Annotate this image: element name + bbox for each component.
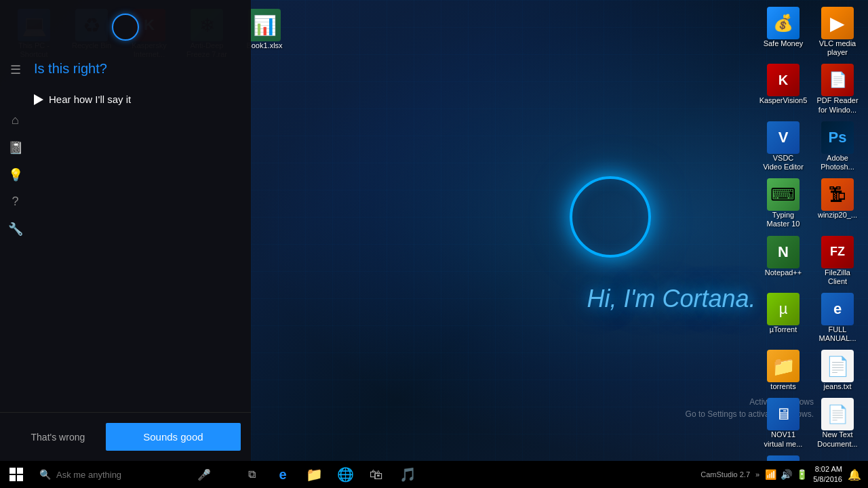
desktop-icon-new-text[interactable]: 📄 New TextDocument... [810, 394, 865, 451]
battery-icon: 🔋 [796, 469, 808, 480]
nov11-label: NOV11virtual me... [764, 430, 803, 448]
desktop-icons-right: 💰 Safe Money ▶ VLC mediaplayer K KasperV… [753, 0, 868, 461]
desktop-icon-vsdc[interactable]: V VSDCVideo Editor [756, 118, 810, 175]
pdf-reader-label: PDF Readerfor Windo... [816, 96, 858, 114]
filezilla-label: FileZillaClient [825, 268, 850, 286]
hear-it-label: Hear how I'll say it [49, 94, 131, 105]
vlc-label: VLC mediaplayer [819, 39, 856, 57]
taskbar: 🔍 🎤 ⧉ e 📁 🌐 🛍 🎵 CamStudio 2.7 » 📶 🔊 🔋 [0, 461, 868, 488]
desktop-icon-kaspersky2[interactable]: K KasperVision5 [756, 60, 810, 117]
desktop-icon-winzip[interactable]: 🗜 winzip20_... [810, 175, 865, 232]
play-triangle-icon [34, 94, 43, 105]
settings-nav-icon[interactable]: 🔧 [3, 217, 27, 241]
vsdc-icon: V [767, 121, 800, 154]
torrents-icon: 📁 [767, 350, 800, 382]
book1-icon: 📊 [248, 9, 281, 41]
search-bar[interactable]: 🔍 🎤 [33, 461, 236, 488]
typing-label: TypingMaster 10 [767, 211, 800, 228]
network-icon[interactable]: 📶 [765, 469, 776, 480]
jeans-icon: 📄 [821, 350, 854, 382]
chrome-taskbar-button[interactable]: 🌐 [330, 461, 361, 488]
thats-wrong-button[interactable]: That's wrong [10, 423, 106, 451]
sounds-good-button[interactable]: Sounds good [106, 423, 241, 451]
desktop-icon-filezilla[interactable]: FZ FileZillaClient [810, 232, 865, 289]
interests-nav-icon[interactable]: 💡 [3, 163, 27, 186]
feedback-nav-icon[interactable]: ? [3, 190, 27, 214]
panel-content: Is this right? Hear how I'll say it [0, 47, 251, 412]
desktop-icon-mock-test[interactable]: 🖥 mock testpapers [756, 452, 810, 461]
camstudio-status: CamStudio 2.7 [701, 470, 750, 479]
notepadpp-icon: N [767, 236, 800, 268]
desktop-icon-torrents[interactable]: 📁 torrents [756, 346, 810, 394]
utorrent-label: µTorrent [770, 325, 797, 334]
safe-money-label: Safe Money [764, 39, 804, 48]
vsdc-label: VSDCVideo Editor [763, 154, 804, 171]
media-player-taskbar-button[interactable]: 🎵 [392, 461, 423, 488]
edge-pdf-icon: e [821, 293, 854, 325]
photoshop-label: AdobePhotosh... [821, 154, 854, 171]
start-button[interactable] [0, 461, 33, 488]
cortana-ring [570, 176, 651, 258]
desktop-icon-notepadpp[interactable]: N Notepad++ [756, 232, 810, 289]
file-explorer-taskbar-button[interactable]: 📁 [298, 461, 330, 488]
filezilla-icon: FZ [821, 236, 854, 268]
mock-test-icon: 🖥 [767, 455, 800, 461]
winzip-label: winzip20_... [818, 211, 857, 220]
hear-it-button[interactable]: Hear how I'll say it [34, 90, 237, 108]
show-hidden-icons[interactable]: » [755, 470, 760, 479]
panel-buttons: That's wrong Sounds good [0, 412, 251, 461]
notepadpp-label: Notepad++ [765, 268, 802, 277]
date-display: 5/8/2016 [813, 474, 842, 485]
winzip-icon: 🗜 [821, 178, 854, 211]
search-input[interactable] [56, 470, 192, 480]
volume-icon[interactable]: 🔊 [781, 469, 792, 480]
edge-pdf-label: FULLMANUAL... [818, 325, 856, 343]
notifications-icon[interactable]: 🔔 [848, 468, 861, 481]
new-text-icon: 📄 [821, 398, 854, 430]
microphone-icon[interactable]: 🎤 [197, 468, 211, 481]
desktop-icon-utorrent[interactable]: µ µTorrent [756, 289, 810, 346]
taskbar-apps: ⧉ e 📁 🌐 🛍 🎵 [236, 461, 423, 488]
kaspersky2-label: KasperVision5 [760, 96, 808, 105]
safe-money-icon: 💰 [767, 7, 800, 39]
desktop-icon-edge-pdf[interactable]: e FULLMANUAL... [810, 289, 865, 346]
nov11-icon: 🖥 [767, 398, 800, 430]
taskbar-clock[interactable]: 8:02 AM 5/8/2016 [813, 464, 842, 485]
desktop-icon-nov11[interactable]: 🖥 NOV11virtual me... [756, 394, 810, 451]
desktop-icon-pdf-reader[interactable]: 📄 PDF Readerfor Windo... [810, 60, 865, 117]
home-nav-icon[interactable]: ⌂ [3, 108, 27, 132]
search-icon: 🔍 [39, 469, 51, 480]
utorrent-icon: µ [767, 293, 800, 325]
sidebar-navigation: ☰ ⌂ 📓 💡 ? 🔧 [0, 54, 31, 244]
new-text-label: New TextDocument... [817, 430, 857, 448]
pdf-reader-icon: 📄 [821, 64, 854, 96]
cortana-circle-container [0, 0, 251, 47]
edge-taskbar-button[interactable]: e [267, 461, 298, 488]
hamburger-menu[interactable]: ☰ [3, 58, 27, 81]
desktop-icon-vlc[interactable]: ▶ VLC mediaplayer [810, 3, 865, 60]
system-tray-icons: 📶 🔊 🔋 [765, 469, 808, 480]
torrents-label: torrents [770, 382, 795, 391]
kaspersky2-icon: K [767, 64, 800, 96]
photoshop-icon: Ps [821, 121, 854, 154]
desktop-icon-safe-money[interactable]: 💰 Safe Money [756, 3, 810, 60]
jeans-label: jeans.txt [824, 382, 852, 391]
cortana-circle [112, 14, 139, 41]
desktop-icon-jeans[interactable]: 📄 jeans.txt [810, 346, 865, 394]
cortana-panel: ☰ ⌂ 📓 💡 ? 🔧 Is this right? Hear how I'll… [0, 0, 251, 461]
windows-logo-icon [9, 468, 23, 481]
question-text: Is this right? [34, 61, 237, 77]
desktop-icon-typing[interactable]: ⌨ TypingMaster 10 [756, 175, 810, 232]
task-view-button[interactable]: ⧉ [236, 461, 267, 488]
typing-icon: ⌨ [767, 178, 800, 211]
desktop-icon-photoshop[interactable]: Ps AdobePhotosh... [810, 118, 865, 175]
time-display: 8:02 AM [813, 464, 842, 474]
taskbar-right: CamStudio 2.7 » 📶 🔊 🔋 8:02 AM 5/8/2016 🔔 [694, 461, 868, 488]
store-taskbar-button[interactable]: 🛍 [361, 461, 392, 488]
book1-label: Book1.xlsx [246, 41, 282, 50]
vlc-icon: ▶ [821, 7, 854, 39]
notebook-nav-icon[interactable]: 📓 [3, 136, 27, 159]
